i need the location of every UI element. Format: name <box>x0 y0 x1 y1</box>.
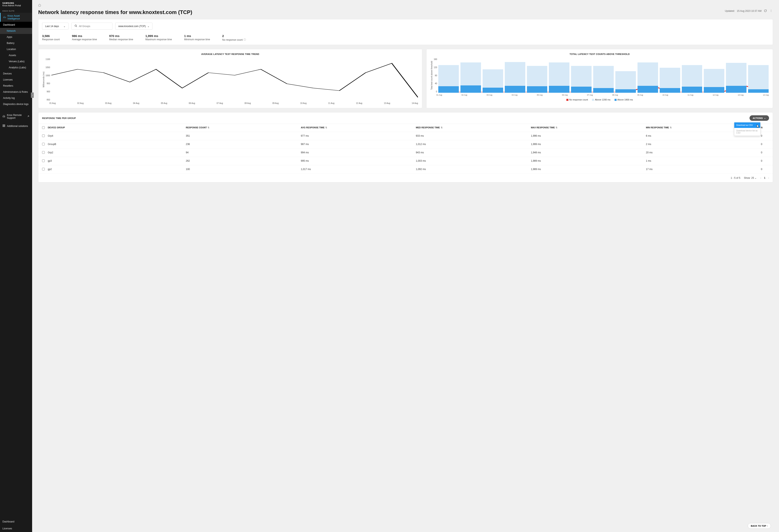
table-row[interactable]: gp2 100 1,017 ms 1,092 ms 1,989 ms 17 ms… <box>39 165 773 174</box>
sidebar-section: KNOX SUITE <box>0 8 32 13</box>
prev-page-button[interactable]: ‹ <box>760 177 761 179</box>
sidebar-item-label: Diagnostics device logs <box>3 103 28 106</box>
sidebar-item-label: Knox Asset Intelligence <box>7 14 30 20</box>
sidebar-item-location[interactable]: Location <box>0 46 32 52</box>
x-tick: 02 Aug <box>462 94 467 96</box>
cell-med: 1,092 ms <box>416 168 531 171</box>
kpi-label: No response count ⓘ <box>222 38 246 42</box>
col-header[interactable]: MAX RESPONSE TIME⇅ <box>531 126 646 129</box>
bar-column <box>660 68 680 93</box>
next-page-button[interactable]: › <box>768 177 769 179</box>
col-header[interactable]: DEVICE GROUP <box>48 126 186 129</box>
sidebar-item-venues[interactable]: Venues (Labs) <box>0 58 32 64</box>
sidebar-item-label: Apps <box>7 36 12 39</box>
brand-maker: SAMSUNG <box>2 2 30 4</box>
cell-nr: 0 <box>761 151 769 154</box>
col-header[interactable]: AVG RESPONSE TIME⇅ <box>301 126 416 129</box>
bar-segment-1200 <box>505 62 525 86</box>
sidebar-item-label: Knox Remote Support <box>7 114 25 119</box>
y-tick: 950 <box>47 82 50 84</box>
sidebar-item-resellers[interactable]: Resellers <box>0 83 32 89</box>
cell-group: Grp2 <box>48 151 186 154</box>
row-checkbox[interactable] <box>42 168 45 170</box>
sidebar-item-diagnostics[interactable]: Diagnostics device logs <box>0 101 32 107</box>
grid-icon <box>2 124 5 128</box>
sidebar-item-label: Additional solutions <box>7 125 28 127</box>
y-axis-label: Total test count above threshold <box>431 61 433 90</box>
kpi: 1 ms Minimum response time <box>184 34 210 42</box>
table-row[interactable]: GroupB 236 987 ms 1,012 ms 1,999 ms 2 ms… <box>39 140 773 149</box>
sidebar-item-licenses[interactable]: Licenses <box>0 77 32 83</box>
menu-download-device-list[interactable]: Download device list as CSV <box>734 128 760 136</box>
col-header[interactable]: MED RESPONSE TIME⇅ <box>416 126 531 129</box>
cell-med: 943 ms <box>416 151 531 154</box>
refresh-button[interactable] <box>764 9 767 13</box>
sidebar-item-analytics[interactable]: Analytics (Labs) <box>0 64 32 71</box>
sidebar-item-apps[interactable]: Apps <box>0 34 32 40</box>
x-tick: 01 Aug <box>436 94 442 96</box>
sidebar-item-assets[interactable]: Assets <box>0 52 32 58</box>
col-header[interactable]: RESPONSE COUNT⇅ <box>186 126 301 129</box>
table-row[interactable]: Grp2 94 994 ms 943 ms 1,948 ms 20 ms 0 <box>39 149 773 157</box>
svg-point-6 <box>771 11 771 12</box>
kpi: 986 ms Average response time <box>72 34 97 42</box>
cell-max: 1,989 ms <box>531 160 646 163</box>
row-checkbox[interactable] <box>42 134 45 137</box>
sidebar-item-knox-asset-intelligence[interactable]: Knox Asset Intelligence <box>0 13 32 22</box>
bar-segment-1800 <box>461 85 481 93</box>
table-row[interactable]: gp3 262 995 ms 1,003 ms 1,989 ms 1 ms 0 <box>39 157 773 165</box>
sidebar-item-label: Activity log <box>3 97 15 100</box>
kpi: 1,999 ms Maximum response time <box>145 34 172 42</box>
sidebar-item-additional[interactable]: Additional solutions <box>0 122 32 130</box>
more-button[interactable] <box>769 9 773 13</box>
brand: SAMSUNG Knox Admin Portal <box>0 0 32 8</box>
breadcrumb[interactable] <box>38 4 773 7</box>
kpi-label: Average response time <box>72 38 97 41</box>
x-tick: 03 Aug <box>487 94 492 96</box>
filter-date-range[interactable]: Last 14 days ⌄ <box>42 22 68 30</box>
brand-product: Knox Admin Portal <box>2 4 30 7</box>
bar-segment-1800 <box>593 88 614 93</box>
menu-download-csv[interactable]: Download as CSV <box>734 122 760 128</box>
actions-button[interactable]: ACTIONS ⌄ <box>750 115 769 121</box>
cell-max: 1,989 ms <box>531 168 646 171</box>
sidebar-item-network[interactable]: Network <box>0 28 32 34</box>
bar-segment-1200 <box>748 65 769 89</box>
sidebar-item-activity[interactable]: Activity log <box>0 95 32 101</box>
legend-swatch-icon <box>614 99 616 101</box>
x-tick: 08 Aug <box>245 102 251 104</box>
back-to-top-button[interactable]: BACK TO TOP ↑ <box>748 523 771 529</box>
sidebar-bottom-dashboard[interactable]: Dashboard <box>0 518 32 525</box>
sidebar-item-devices[interactable]: Devices <box>0 71 32 77</box>
filter-groups-search[interactable] <box>71 22 112 30</box>
y-tick: 80 <box>435 74 437 77</box>
cell-med: 1,003 ms <box>416 160 531 163</box>
row-checkbox[interactable] <box>42 143 45 145</box>
page-size-select[interactable]: 25 ⌄ <box>752 177 757 179</box>
sidebar-bottom-licenses[interactable]: Licenses <box>0 525 32 532</box>
sidebar-item-dashboard[interactable]: Dashboard <box>0 22 32 28</box>
bar-column <box>726 63 746 93</box>
bar-segment-1800 <box>483 87 503 93</box>
external-link-icon <box>27 115 30 118</box>
filter-host[interactable]: www.knoxtest.com (TCP) ⌄ <box>115 22 153 30</box>
row-checkbox[interactable] <box>42 151 45 154</box>
row-checkbox[interactable] <box>42 160 45 162</box>
col-header[interactable]: N <box>761 126 769 129</box>
bar-column <box>682 65 702 93</box>
kpi-value: 3,586 <box>42 34 60 38</box>
select-all-checkbox[interactable] <box>42 126 45 129</box>
groups-input[interactable] <box>79 25 109 28</box>
bar-segment-1200 <box>593 66 614 88</box>
sidebar-item-label: Devices <box>3 72 12 75</box>
sidebar-item-battery[interactable]: Battery <box>0 40 32 46</box>
sidebar-item-admins[interactable]: Administrators & Roles <box>0 89 32 95</box>
refresh-icon <box>764 9 767 13</box>
sidebar-item-remote-support[interactable]: Knox Remote Support <box>0 111 32 122</box>
table-row[interactable]: Grp4 351 977 ms 933 ms 1,996 ms 6 ms 0 <box>39 132 773 140</box>
table-title: RESPONSE TIME PER GROUP <box>42 117 76 119</box>
kpi-label: Minimum response time <box>184 38 210 41</box>
svg-rect-1 <box>4 125 5 125</box>
x-tick: 02 Aug <box>77 102 83 104</box>
bar-segment-1200 <box>461 62 481 85</box>
